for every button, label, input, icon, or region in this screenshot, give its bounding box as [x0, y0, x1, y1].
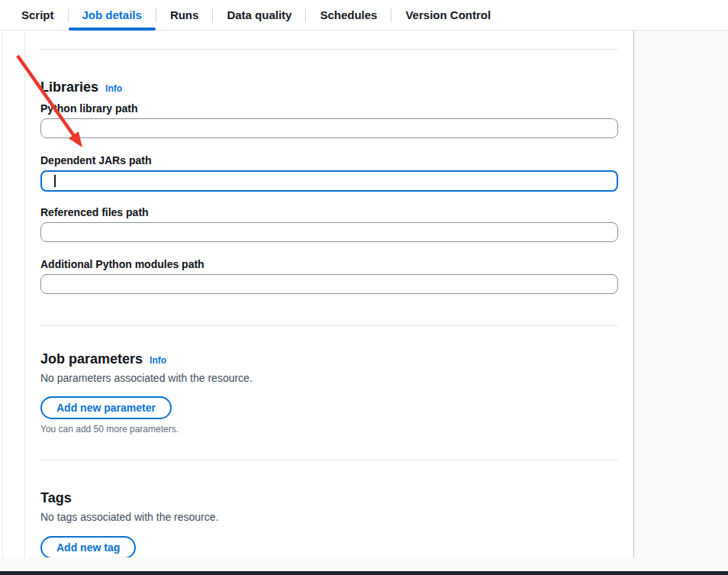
- job-parameters-heading: Job parameters: [40, 350, 143, 367]
- tags-empty-text: No tags associated with the resource.: [40, 510, 618, 524]
- tab-label: Script: [21, 8, 54, 21]
- right-gutter: [633, 31, 728, 571]
- job-parameters-info-link[interactable]: Info: [150, 355, 166, 366]
- libraries-section-header: Libraries Info: [40, 79, 618, 95]
- section-divider: [40, 325, 618, 326]
- dependent-jars-path-wrap: [40, 170, 618, 192]
- tab-label: Data quality: [227, 8, 292, 21]
- tab-script[interactable]: Script: [8, 0, 68, 30]
- window-left-edge: [2, 31, 3, 557]
- job-parameters-empty-text: No parameters associated with the resour…: [40, 371, 618, 385]
- dependent-jars-path-label: Dependent JARs path: [40, 153, 618, 167]
- additional-python-modules-path-wrap: [40, 274, 618, 294]
- text-cursor: [54, 175, 56, 187]
- tab-data-quality[interactable]: Data quality: [213, 0, 305, 30]
- tab-bar: Script Job details Runs Data quality Sch…: [0, 0, 728, 31]
- referenced-files-path-wrap: [40, 222, 618, 242]
- libraries-info-link[interactable]: Info: [105, 83, 122, 94]
- dependent-jars-path-input[interactable]: [40, 170, 618, 192]
- tab-label: Version Control: [405, 8, 491, 21]
- tab-version-control[interactable]: Version Control: [391, 0, 504, 30]
- tab-label: Job details: [82, 8, 142, 21]
- python-library-path-wrap: [40, 118, 618, 138]
- referenced-files-path-input[interactable]: [40, 222, 618, 242]
- window-bottom-edge: [0, 571, 728, 575]
- tab-schedules[interactable]: Schedules: [306, 0, 391, 30]
- tags-heading: Tags: [40, 489, 72, 506]
- bottom-strip: [0, 557, 728, 571]
- section-divider: [40, 49, 618, 50]
- libraries-heading: Libraries: [40, 79, 98, 95]
- tags-section-header: Tags: [40, 489, 618, 506]
- add-new-tag-button[interactable]: Add new tag: [40, 536, 136, 557]
- referenced-files-path-label: Referenced files path: [40, 205, 618, 219]
- tab-runs[interactable]: Runs: [156, 0, 213, 30]
- tab-job-details[interactable]: Job details: [69, 0, 156, 30]
- additional-python-modules-path-input[interactable]: [40, 274, 618, 294]
- additional-python-modules-path-label: Additional Python modules path: [40, 257, 618, 271]
- python-library-path-label: Python library path: [40, 102, 618, 115]
- job-details-panel: Libraries Info Python library path Depen…: [24, 31, 633, 557]
- python-library-path-input[interactable]: [40, 118, 618, 138]
- job-parameters-hint-text: You can add 50 more parameters.: [40, 423, 618, 435]
- section-divider: [40, 460, 618, 460]
- job-parameters-section-header: Job parameters Info: [40, 350, 618, 367]
- tab-label: Runs: [170, 8, 199, 21]
- add-new-parameter-button[interactable]: Add new parameter: [40, 396, 172, 419]
- tab-label: Schedules: [320, 8, 377, 21]
